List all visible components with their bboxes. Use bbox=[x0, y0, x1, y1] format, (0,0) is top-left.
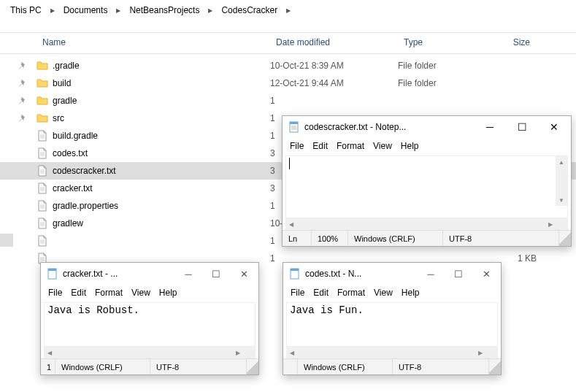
menu-view[interactable]: View bbox=[373, 141, 392, 151]
crumb-thispc[interactable]: This PC bbox=[7, 4, 45, 17]
scrollbar-horizontal[interactable]: ◀ ▶ bbox=[44, 347, 256, 358]
scrollbar-horizontal[interactable]: ◀ ▶ bbox=[285, 218, 568, 230]
scrollbar-horizontal[interactable]: ◀ ▶ bbox=[286, 347, 498, 358]
menu-bar: File Edit Format View Help bbox=[283, 285, 501, 302]
chevron-right-icon[interactable]: ▶ bbox=[283, 7, 293, 14]
menu-format[interactable]: Format bbox=[337, 141, 364, 151]
scroll-right-icon[interactable]: ▶ bbox=[545, 218, 556, 230]
file-row[interactable]: .gradle10-Oct-21 8:39 AMFile folder bbox=[0, 57, 576, 74]
titlebar[interactable]: codescracker.txt - Notep... ─ ☐ ✕ bbox=[283, 116, 571, 138]
menu-help[interactable]: Help bbox=[401, 141, 419, 151]
minimize-button[interactable]: ─ bbox=[419, 264, 442, 284]
titlebar[interactable]: codes.txt - N... ─ ☐ ✕ bbox=[283, 263, 501, 285]
maximize-button[interactable]: ☐ bbox=[447, 264, 470, 284]
editor-text[interactable]: Java is Robust. bbox=[45, 303, 255, 346]
file-type: File folder bbox=[398, 78, 478, 88]
scroll-down-icon[interactable]: ▼ bbox=[556, 194, 567, 206]
window-title: codes.txt - N... bbox=[305, 269, 415, 279]
menu-format[interactable]: Format bbox=[95, 288, 123, 298]
scroll-right-icon[interactable]: ▶ bbox=[232, 347, 244, 358]
menu-file[interactable]: File bbox=[290, 141, 304, 151]
scroll-left-icon[interactable]: ◀ bbox=[286, 347, 298, 358]
pin-icon[interactable] bbox=[9, 79, 37, 88]
menu-file[interactable]: File bbox=[48, 288, 62, 298]
chevron-right-icon[interactable]: ▶ bbox=[47, 7, 58, 14]
minimize-button[interactable]: ─ bbox=[177, 264, 200, 284]
menu-bar: File Edit Format View Help bbox=[41, 285, 258, 302]
resize-grip-icon[interactable] bbox=[247, 359, 258, 374]
file-name: build bbox=[53, 78, 71, 88]
pin-icon[interactable] bbox=[9, 114, 37, 123]
chevron-right-icon[interactable]: ▶ bbox=[205, 7, 215, 14]
pin-icon[interactable] bbox=[9, 61, 37, 70]
file-date: 12-Oct-21 9:44 AM bbox=[270, 78, 398, 88]
status-encoding: UTF-8 bbox=[150, 359, 247, 374]
folder-icon bbox=[37, 77, 48, 89]
menu-edit[interactable]: Edit bbox=[71, 288, 86, 298]
status-encoding: UTF-8 bbox=[393, 359, 489, 374]
file-name: build.gradle bbox=[53, 131, 98, 141]
status-eol: Windows (CRLF) bbox=[55, 359, 150, 374]
scrollbar-vertical[interactable]: ▲ ▼ bbox=[556, 156, 567, 206]
menu-format[interactable]: Format bbox=[337, 288, 365, 298]
crumb-documents[interactable]: Documents bbox=[61, 4, 111, 17]
menu-help[interactable]: Help bbox=[159, 288, 177, 298]
status-pos: Ln bbox=[283, 231, 312, 246]
file-row[interactable]: gradle1 bbox=[0, 92, 576, 109]
menu-edit[interactable]: Edit bbox=[312, 141, 328, 151]
status-pos: 1 bbox=[41, 359, 55, 374]
header-type[interactable]: Type bbox=[398, 33, 478, 53]
file-name: gradle bbox=[53, 96, 77, 106]
maximize-button[interactable]: ☐ bbox=[204, 264, 228, 284]
close-button[interactable]: ✕ bbox=[475, 264, 498, 284]
file-name: gradle.properties bbox=[53, 201, 118, 211]
notepad-icon bbox=[47, 268, 58, 280]
window-title: codescracker.txt - Notep... bbox=[304, 122, 472, 132]
file-icon bbox=[37, 165, 48, 177]
close-button[interactable]: ✕ bbox=[232, 264, 256, 284]
header-name[interactable]: Name bbox=[37, 33, 270, 53]
file-name: .gradle bbox=[53, 61, 80, 71]
svg-rect-32 bbox=[291, 269, 299, 271]
crumb-codescracker[interactable]: CodesCracker bbox=[218, 4, 280, 17]
status-eol: Windows (CRLF) bbox=[348, 231, 443, 246]
chevron-right-icon[interactable]: ▶ bbox=[113, 7, 123, 14]
crumb-netbeans[interactable]: NetBeansProjects bbox=[126, 4, 202, 17]
folder-icon bbox=[37, 60, 48, 72]
resize-grip-icon[interactable] bbox=[489, 359, 501, 374]
scroll-right-icon[interactable]: ▶ bbox=[475, 347, 486, 358]
status-blank bbox=[283, 359, 298, 374]
menu-view[interactable]: View bbox=[131, 288, 150, 298]
editor-area[interactable]: ▲ ▼ bbox=[285, 155, 568, 218]
selection-indicator bbox=[0, 234, 13, 247]
minimize-button[interactable]: ─ bbox=[476, 116, 504, 138]
header-size[interactable]: Size bbox=[478, 33, 537, 53]
scroll-left-icon[interactable]: ◀ bbox=[44, 347, 55, 358]
maximize-button[interactable]: ☐ bbox=[508, 116, 536, 138]
window-title: cracker.txt - ... bbox=[63, 269, 172, 279]
editor-text[interactable]: Java is Fun. bbox=[287, 303, 497, 346]
header-date[interactable]: Date modified bbox=[270, 33, 398, 53]
menu-file[interactable]: File bbox=[291, 288, 304, 298]
folder-icon bbox=[37, 112, 48, 124]
close-button[interactable]: ✕ bbox=[540, 116, 568, 138]
status-zoom: 100% bbox=[312, 231, 348, 246]
svg-rect-25 bbox=[290, 122, 298, 124]
column-headers: Name Date modified Type Size bbox=[0, 32, 576, 54]
menu-view[interactable]: View bbox=[374, 288, 393, 298]
titlebar[interactable]: cracker.txt - ... ─ ☐ ✕ bbox=[41, 263, 258, 285]
menu-help[interactable]: Help bbox=[402, 288, 420, 298]
file-row[interactable]: build12-Oct-21 9:44 AMFile folder bbox=[0, 74, 576, 92]
notepad-icon bbox=[289, 268, 301, 280]
scroll-left-icon[interactable]: ◀ bbox=[285, 218, 297, 230]
pin-icon[interactable] bbox=[9, 96, 37, 105]
resize-grip-icon[interactable] bbox=[559, 231, 571, 246]
file-icon bbox=[37, 235, 48, 247]
menu-edit[interactable]: Edit bbox=[313, 288, 329, 298]
file-date: 1 bbox=[270, 96, 398, 106]
editor-area[interactable]: Java is Robust. bbox=[44, 302, 256, 347]
scroll-up-icon[interactable]: ▲ bbox=[556, 156, 567, 168]
file-name: src bbox=[53, 113, 64, 123]
file-type: File folder bbox=[398, 61, 478, 71]
editor-area[interactable]: Java is Fun. bbox=[286, 302, 498, 347]
